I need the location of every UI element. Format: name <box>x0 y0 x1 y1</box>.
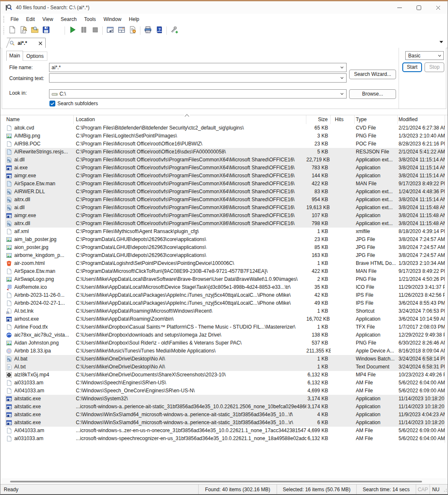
file-location: C:\Windows\Speech_OneCore\Engines\SR\en-… <box>74 387 306 395</box>
table-row[interactable]: aitstatic.exe C:\Windows\System32\ 3,174… <box>5 395 445 403</box>
containing-text-input[interactable] <box>49 73 347 83</box>
start-button[interactable]: Start <box>402 62 422 72</box>
table-row[interactable]: ai031033.am C:\Windows\Speech\Engines\SR… <box>5 379 445 387</box>
browse-button[interactable]: Browse... <box>349 89 396 99</box>
table-row[interactable]: AirSpace.Etw.man C:\Program Files\Micros… <box>5 180 445 188</box>
table-row[interactable]: aion_poster.jpg C:\ProgramData\LGHUB\dep… <box>5 244 445 251</box>
table-row[interactable]: AI.txt C:\Users\Mike\OneDrive\Desktop\No… <box>5 363 445 371</box>
column-header-size[interactable]: Size <box>306 115 331 124</box>
file-hits <box>331 315 355 323</box>
table-row[interactable]: Airline Food.tfx C:\Users\Mike\Dropbox\C… <box>5 323 445 331</box>
file-size: 1 KB <box>306 307 331 315</box>
table-row[interactable]: AirSwapLogo.png C:\Users\Mike\AppData\Lo… <box>5 275 445 283</box>
file-modified: 1/7/2017 2:08:03 PM <box>398 323 445 331</box>
table-row[interactable]: Airbnb-2023-11-26-0... C:\Users\Mike\App… <box>5 291 445 299</box>
start-search-button[interactable] <box>67 25 78 36</box>
menu-window[interactable]: Window <box>100 15 125 23</box>
table-row[interactable]: aic78xx_aic78u2_vista... C:\Users\Mike\D… <box>5 331 445 339</box>
tab-list-dropdown-icon[interactable] <box>438 39 444 45</box>
table-row[interactable]: ai.exe C:\Program Files\Microsoft Office… <box>5 164 445 172</box>
search-tab[interactable]: ai*.* <box>6 38 46 48</box>
menu-tools[interactable]: Tools <box>80 15 100 23</box>
file-modified: 8/16/2018 8:09:04 AM <box>398 347 445 355</box>
search-mode-select[interactable]: Basic <box>405 51 444 60</box>
table-row[interactable]: AioRemote.ico C:\Users\Mike\AppData\Loca… <box>5 283 445 291</box>
table-row[interactable]: AI041033.am ...icrosoft-windows-s..zer-e… <box>5 427 445 435</box>
chevron-down-icon[interactable] <box>339 75 345 81</box>
open-search-button[interactable] <box>29 25 40 36</box>
menu-help[interactable]: Help <box>125 15 143 23</box>
search-subfolders-checkbox[interactable] <box>49 101 55 106</box>
table-row[interactable]: airhost.exe C:\Users\Mike\AppData\Roamin… <box>5 315 445 323</box>
table-row[interactable]: AI041033.am C:\Windows\Speech_OneCore\En… <box>5 387 445 395</box>
table-row[interactable]: alzI8kTxGj.mp4 C:\Users\Mike\OneDrive\Do… <box>5 371 445 379</box>
table-row[interactable]: airborne_kingdom_p... C:\ProgramData\LGH… <box>5 251 445 259</box>
results-view-button[interactable] <box>104 25 116 36</box>
export-results-button[interactable] <box>52 25 63 36</box>
file-name-input[interactable]: ai*.* <box>49 63 347 72</box>
table-row[interactable]: aitrx.dll C:\Program Files\Microsoft Off… <box>5 220 445 228</box>
table-row[interactable]: AI.txt.lnk C:\Users\Mike\AppData\Roaming… <box>5 307 445 315</box>
chevron-down-icon[interactable] <box>339 65 345 70</box>
status-selected: Selected: 16 items (50.76 MB) <box>277 485 356 494</box>
save-search-button[interactable] <box>40 25 52 36</box>
table-row[interactable]: aitstatic.exe ...icrosoft-windows-a..per… <box>5 403 445 411</box>
tab-main[interactable]: Main <box>6 51 23 61</box>
look-in-input[interactable]: C:\ <box>49 89 347 98</box>
file-name: AIMBig.png <box>14 132 40 140</box>
table-row[interactable]: aitrx.dll C:\Program Files\Microsoft Off… <box>5 196 445 204</box>
stop-button[interactable]: Stop <box>425 62 444 72</box>
scrollbar-thumb[interactable] <box>10 481 422 482</box>
tab-options[interactable]: Options <box>23 52 47 61</box>
table-row[interactable]: Airbnb 18.33.ipa C:\Users\Mike\Music\iTu… <box>5 347 445 355</box>
table-row[interactable]: AIMBig.png C:\Program Files\Logitech\Set… <box>5 132 445 140</box>
stop-search-button[interactable] <box>89 25 101 36</box>
table-row[interactable]: aitok.cvd C:\Program Files\Bitdefender\B… <box>5 124 445 132</box>
table-row[interactable]: aitstatic.exe C:\Windows\WinSxS\amd64_mi… <box>5 411 445 419</box>
resize-grip[interactable] <box>442 485 448 494</box>
table-row[interactable]: aim_lab_poster.jpg C:\ProgramData\LGHUB\… <box>5 236 445 244</box>
column-header-modified[interactable]: Modified <box>398 115 445 124</box>
split-view-button[interactable] <box>116 25 127 36</box>
print-button[interactable] <box>142 25 153 36</box>
horizontal-scrollbar[interactable] <box>1 478 447 485</box>
column-header-type[interactable]: Type <box>355 115 398 124</box>
table-row[interactable]: AI.bat C:\Users\Mike\OneDrive\Desktop\No… <box>5 355 445 363</box>
table-row[interactable]: AIRWER.DLL C:\Program Files\Microsoft Of… <box>5 188 445 196</box>
table-row[interactable]: aimgr.exe C:\Program Files\Microsoft Off… <box>5 172 445 180</box>
column-header-name[interactable]: Name <box>5 115 74 124</box>
file-hits <box>331 259 355 267</box>
column-header-hits[interactable]: Hits <box>331 115 355 124</box>
close-button[interactable] <box>428 1 448 14</box>
chevron-down-icon[interactable] <box>339 91 345 97</box>
menu-search[interactable]: Search <box>57 15 80 23</box>
table-row[interactable]: aitstatic.exe C:\Windows\WinSxS\amd64_mi… <box>5 419 445 427</box>
report-button[interactable] <box>127 25 138 36</box>
search-wizard-button[interactable]: Search Wizard... <box>349 70 396 79</box>
window-title: 40 files found - Search: C:\ (ai*.*) <box>16 5 89 10</box>
table-row[interactable]: Aidan Johnston.png C:\Users\Mike\Dropbox… <box>5 339 445 347</box>
table-row[interactable]: AirSpace.Etw.man C:\ProgramData\Microsof… <box>5 267 445 275</box>
pause-search-button[interactable] <box>78 25 89 36</box>
maximize-button[interactable] <box>409 1 428 14</box>
column-header-location[interactable]: Location <box>74 115 306 124</box>
table-row[interactable]: air-zoom.html C:\ProgramData\Logishrd\Se… <box>5 259 445 267</box>
edit-search-button[interactable] <box>18 25 29 36</box>
tab-close-icon[interactable] <box>38 41 43 46</box>
table-row[interactable]: AIRewriteStrings.resjs... C:\Program Fil… <box>5 148 445 156</box>
minimize-button[interactable] <box>390 1 409 14</box>
menu-file[interactable]: File <box>7 15 22 23</box>
table-row[interactable]: ai.dll C:\Program Files\Microsoft Office… <box>5 156 445 164</box>
file-type: Application <box>355 172 398 180</box>
new-search-button[interactable] <box>6 25 18 36</box>
menu-view[interactable]: View <box>39 15 57 23</box>
table-row[interactable]: aif.xml C:\Program Files\Mythicsoft\Agen… <box>5 228 445 236</box>
help-button[interactable]: ? <box>153 25 165 36</box>
menu-edit[interactable]: Edit <box>22 15 39 23</box>
table-row[interactable]: aimgr.exe C:\Program Files\Microsoft Off… <box>5 212 445 220</box>
table-row[interactable]: ai031033.am ...icrosoft-windows-speechre… <box>5 435 445 443</box>
configure-button[interactable] <box>168 25 180 36</box>
table-row[interactable]: Airbnb-2024-02-27-1... C:\Users\Mike\App… <box>5 299 445 307</box>
table-row[interactable]: ai.dll C:\Program Files\Microsoft Office… <box>5 204 445 212</box>
table-row[interactable]: AIR98.POC C:\Program Files\Microsoft Off… <box>5 140 445 148</box>
